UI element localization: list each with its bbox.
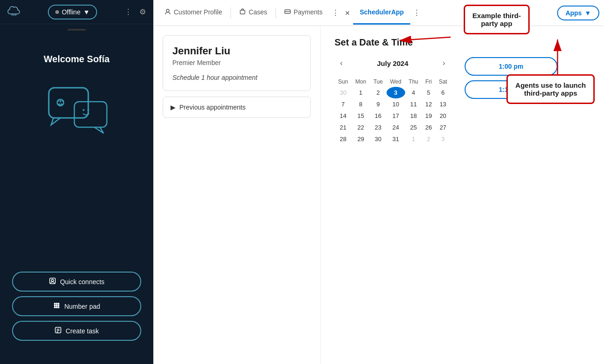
calendar-day[interactable]: 18: [405, 110, 422, 122]
svg-point-12: [87, 109, 89, 111]
tab-payments[interactable]: Payments: [278, 1, 329, 25]
calendar-day[interactable]: 8: [352, 98, 370, 110]
appointment-note: Schedule 1 hour appointment: [172, 74, 301, 81]
more-options-button[interactable]: ⋮: [123, 6, 134, 18]
svg-point-22: [56, 307, 57, 308]
svg-rect-29: [240, 10, 245, 14]
svg-point-11: [83, 109, 85, 111]
quick-connects-label: Quick connects: [60, 278, 105, 286]
time-slot-2-button[interactable]: 1:15 pm: [465, 80, 558, 99]
calendar-day[interactable]: 12: [422, 98, 435, 110]
svg-point-21: [54, 307, 55, 308]
tab-cases[interactable]: Cases: [233, 1, 274, 25]
svg-rect-3: [49, 88, 88, 118]
svg-point-14: [52, 280, 54, 282]
calendar-day[interactable]: 28: [335, 133, 352, 145]
svg-point-23: [58, 307, 59, 308]
calendar-day[interactable]: 31: [387, 133, 405, 145]
scheduler-tab-more-button[interactable]: ⋮: [410, 6, 423, 19]
sidebar-header: Offline ▼ ⋮ ⚙: [0, 0, 153, 24]
calendar-day[interactable]: 5: [422, 87, 435, 98]
calendar-day[interactable]: 7: [335, 98, 352, 110]
calendar-day[interactable]: 17: [387, 110, 405, 122]
calendar-day[interactable]: 30: [335, 87, 352, 98]
calendar-day[interactable]: 20: [435, 110, 451, 122]
calendar-day[interactable]: 26: [422, 122, 435, 133]
calendar-day[interactable]: 30: [370, 133, 387, 145]
customer-profile-icon: [164, 8, 171, 16]
calendar-day[interactable]: 13: [435, 98, 451, 110]
close-tab-button[interactable]: ✕: [342, 7, 353, 19]
calendar-grid: Sun Mon Tue Wed Thu Fri Sat: [335, 77, 451, 145]
time-slot-1-button[interactable]: 1:00 pm: [465, 57, 558, 76]
tab-customer-profile[interactable]: Customer Profile: [158, 1, 229, 25]
logo-button[interactable]: [6, 4, 22, 20]
scheduler-area: Set a Date & Time ‹ July 2024 ›: [321, 26, 604, 364]
dow-sat: Sat: [435, 77, 451, 87]
calendar-day[interactable]: 21: [335, 122, 352, 133]
create-task-icon: [54, 326, 62, 335]
calendar-prev-button[interactable]: ‹: [336, 57, 346, 69]
apps-button[interactable]: Apps ▼: [557, 6, 599, 20]
chat-illustration: [44, 78, 109, 134]
calendar-day[interactable]: 27: [435, 122, 451, 133]
calendar-day[interactable]: 2: [422, 133, 435, 145]
sidebar-lower: Quick connects: [7, 153, 146, 355]
tab-divider-1: [230, 7, 231, 19]
calendar-day[interactable]: 14: [335, 110, 352, 122]
tab-cases-label: Cases: [249, 8, 267, 16]
number-pad-icon: [53, 302, 60, 311]
calendar-day[interactable]: 3: [387, 87, 405, 98]
calendar-header: ‹ July 2024 ›: [335, 57, 451, 69]
more-tabs-button[interactable]: ⋮: [329, 6, 342, 19]
calendar-day[interactable]: 19: [422, 110, 435, 122]
tab-scheduler-app[interactable]: SchedulerApp: [353, 1, 410, 25]
calendar-day[interactable]: 16: [370, 110, 387, 122]
svg-point-15: [54, 303, 55, 304]
tab-payments-label: Payments: [294, 8, 322, 16]
calendar-day[interactable]: 1: [352, 87, 370, 98]
quick-connects-button[interactable]: Quick connects: [12, 272, 141, 292]
svg-rect-10: [74, 102, 107, 127]
scroll-indicator: [67, 29, 86, 31]
calendar-day[interactable]: 10: [387, 98, 405, 110]
number-pad-button[interactable]: Number pad: [12, 296, 141, 316]
previous-appointments-toggle[interactable]: ▶ Previous appointments: [163, 97, 311, 118]
calendar-container: ‹ July 2024 › Sun Mon Tue: [335, 57, 590, 145]
calendar-day[interactable]: 4: [405, 87, 422, 98]
calendar-day[interactable]: 11: [405, 98, 422, 110]
status-label: Offline: [62, 8, 80, 16]
svg-point-16: [56, 303, 57, 304]
chevron-right-icon: ▶: [171, 104, 176, 111]
scheduler-title: Set a Date & Time: [335, 37, 590, 48]
calendar-day[interactable]: 24: [387, 122, 405, 133]
create-task-button[interactable]: Create task: [12, 321, 141, 341]
main-content: Customer Profile Cases: [153, 0, 604, 364]
payments-icon: [284, 8, 291, 16]
status-button[interactable]: Offline ▼: [48, 5, 97, 20]
welcome-message: Welcome Sofía: [44, 54, 110, 65]
calendar-day[interactable]: 23: [370, 122, 387, 133]
calendar-day[interactable]: 3: [435, 133, 451, 145]
calendar-day[interactable]: 29: [352, 133, 370, 145]
svg-point-28: [166, 9, 169, 12]
calendar-day[interactable]: 15: [352, 110, 370, 122]
calendar-day[interactable]: 25: [405, 122, 422, 133]
apps-label: Apps: [565, 9, 582, 17]
calendar: ‹ July 2024 › Sun Mon Tue: [335, 57, 451, 145]
svg-point-20: [58, 305, 59, 306]
tab-customer-profile-label: Customer Profile: [174, 8, 222, 16]
dow-sun: Sun: [335, 77, 352, 87]
customer-tier: Premier Member: [172, 59, 301, 66]
calendar-day[interactable]: 22: [352, 122, 370, 133]
calendar-day[interactable]: 1: [405, 133, 422, 145]
sidebar: Offline ▼ ⋮ ⚙ Welcome Sofía: [0, 0, 153, 364]
calendar-day[interactable]: 9: [370, 98, 387, 110]
settings-button[interactable]: ⚙: [138, 6, 148, 18]
previous-appointments-label: Previous appointments: [179, 104, 245, 111]
calendar-day[interactable]: 2: [370, 87, 387, 98]
customer-name: Jennifer Liu: [172, 45, 301, 57]
calendar-day[interactable]: 6: [435, 87, 451, 98]
calendar-next-button[interactable]: ›: [439, 57, 449, 69]
sidebar-content: Welcome Sofía: [0, 45, 153, 364]
